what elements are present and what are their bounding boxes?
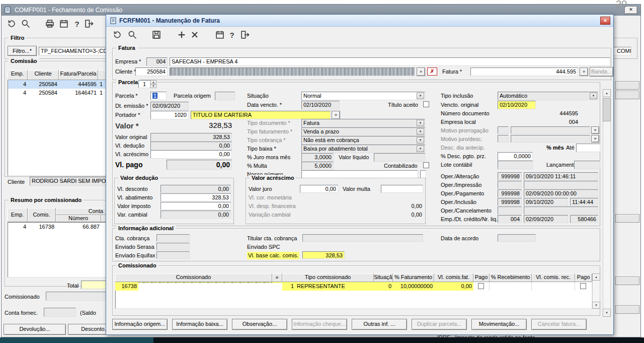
chevron-down-icon[interactable]: ▼ (417, 146, 424, 152)
cell-fatura[interactable]: 444595 (59, 80, 98, 89)
desc-pgto-field[interactable]: 0,0000 (498, 152, 533, 161)
help-icon[interactable] (72, 19, 82, 29)
col-header-vl-comis-rec[interactable]: Vl. comis. rec. (532, 273, 575, 282)
scroll-up-icon[interactable]: ▲ (603, 89, 611, 97)
scroll-down-icon[interactable]: ▼ (592, 302, 600, 309)
oper-impressao-code[interactable] (498, 181, 522, 189)
chevron-down-icon[interactable]: ▼ (417, 137, 424, 144)
col-header-fatura-parcela[interactable]: Fatura/Parcela (59, 70, 98, 80)
calendar-icon[interactable] (215, 30, 225, 40)
calendar-icon[interactable] (59, 19, 69, 29)
taskbar-segment[interactable] (0, 337, 153, 343)
multa-field[interactable]: 5,0000 (301, 162, 334, 170)
col-header-situacao[interactable]: Situação (374, 273, 393, 282)
add-icon[interactable] (177, 30, 187, 40)
banda-button[interactable]: Banda... (590, 67, 613, 77)
cell-emp[interactable]: 4 (8, 80, 28, 89)
ate-field[interactable] (576, 144, 600, 152)
valor-multa-field[interactable] (381, 185, 423, 193)
cell-comissionado-name-redacted[interactable] (138, 282, 272, 283)
dt-emissao-field[interactable]: 02/09/2020 (150, 102, 189, 110)
cliente-code-field[interactable]: 250584 (135, 67, 168, 76)
save-icon[interactable] (151, 30, 162, 40)
chevron-down-icon[interactable]: ▼ (590, 93, 597, 99)
dialog-title-bar[interactable]: FCRFM001 - Manutenção de Fatura ✕ (106, 15, 613, 27)
spinner-down-icon[interactable]: ▼ (150, 84, 156, 88)
juro-mora-field[interactable]: 3,0000 (301, 153, 334, 162)
vl-acrescimo-field[interactable]: 0,00 (150, 150, 232, 159)
col-header-emp[interactable]: Emp. (8, 70, 28, 80)
tipo-inclusao-select[interactable]: Automático▼ (498, 92, 598, 100)
oper-inclusao-time[interactable]: 11:44:44 (570, 198, 598, 206)
col-header-emp[interactable]: Emp. (8, 208, 28, 222)
cell-vl-comis-fat[interactable]: 0,00 (434, 282, 473, 291)
cta-cobranca-field[interactable] (156, 234, 190, 242)
motivo-juro-lookup-button[interactable]: » (591, 135, 599, 143)
vl-desconto-field[interactable]: 0,00 (160, 185, 231, 193)
exit-icon[interactable] (240, 30, 250, 40)
filtro-button[interactable]: Filtro...* (8, 46, 37, 56)
contabilizado-checkbox[interactable] (423, 162, 429, 168)
delete-icon[interactable] (190, 30, 200, 40)
cell-cliente[interactable]: 250584 (28, 80, 59, 89)
motivo-prorrogacao-lookup-button[interactable]: » (591, 126, 599, 134)
col-header-pago-rec[interactable]: Pago (575, 273, 592, 282)
col-header-comissionado[interactable]: Comissionado (115, 273, 272, 282)
cancelar-fatura-button[interactable]: Cancelar fatura... (531, 319, 587, 330)
movimentacao-button[interactable]: Movimentação... (471, 319, 527, 330)
col-header-pct-recebimento[interactable]: % Recebimento (490, 273, 532, 282)
tipo-baixa-select[interactable]: Baixa por abatimento total▼ (301, 145, 425, 153)
undo-icon[interactable] (7, 19, 17, 29)
data-acordo-field[interactable] (498, 234, 536, 242)
undo-icon[interactable] (112, 30, 122, 40)
cell-emp[interactable]: 4 (8, 223, 28, 231)
vl-pago-field[interactable]: 0,00 (167, 160, 232, 170)
devolucao-button[interactable]: Devolução... (4, 324, 66, 335)
pago-fat-checkbox[interactable] (478, 283, 484, 289)
motivo-juro-field[interactable] (511, 135, 590, 143)
titular-cta-field[interactable] (302, 234, 423, 242)
empresa-code-field[interactable]: 004 (146, 57, 168, 66)
col-header-pago-fat[interactable]: Pago (473, 273, 490, 282)
valor-original-field[interactable]: 328,53 (150, 133, 232, 142)
outras-inf-button[interactable]: Outras inf. ... (352, 319, 407, 330)
chevron-down-icon[interactable]: ▼ (417, 128, 424, 135)
col-header-vl-comis-fat[interactable]: Vl. comis.fat. (434, 273, 473, 282)
chevron-down-icon[interactable]: ▼ (417, 93, 424, 99)
cell-tipo-name[interactable]: REPRESENTANTE (295, 282, 374, 291)
exit-icon[interactable] (84, 19, 94, 29)
enviado-equifax-field[interactable] (156, 251, 190, 259)
cell-vl-comis-rec[interactable] (532, 282, 575, 291)
col-header-expand[interactable]: » (272, 273, 282, 282)
oper-pagamento-code[interactable]: 999998 (498, 189, 522, 197)
valor-juro-field[interactable]: 0,00 (300, 185, 338, 193)
cell-emp[interactable]: 4 (8, 89, 28, 97)
vl-base-comis-field[interactable]: 328,53 (302, 251, 345, 259)
situacao-select[interactable]: Normal▼ (301, 92, 425, 100)
informacao-origem-button[interactable]: Informação origem... (112, 319, 168, 330)
cliente-name-field-redacted[interactable] (170, 67, 415, 76)
search-icon[interactable] (127, 30, 137, 40)
oper-pagamento-date[interactable]: 02/09/2020 00:00:00 (524, 189, 598, 197)
help-icon[interactable] (227, 30, 237, 40)
cliente-lookup-button[interactable]: » (417, 67, 425, 76)
cell-pct-faturamento[interactable]: 10,00000000 (393, 282, 434, 291)
vl-deducao-field[interactable]: 0,00 (150, 142, 232, 150)
cell-comis[interactable]: 16738 (28, 223, 56, 231)
dialog-scrollbar[interactable] (603, 89, 611, 317)
informacao-cheque-button[interactable]: Informação cheque... (292, 319, 347, 330)
oper-alteracao-date[interactable]: 09/10/2020 11:46:11 (524, 172, 598, 180)
cell-numero[interactable]: 66.887 (56, 223, 101, 231)
oper-impressao-date[interactable] (524, 181, 598, 189)
oper-cancelamento-date[interactable] (524, 207, 598, 215)
valor-liquido-field[interactable] (374, 153, 425, 162)
oper-inclusao-date[interactable]: 09/10/2020 (524, 198, 568, 206)
motivo-prorrogacao-field[interactable] (511, 126, 590, 134)
lote-contabil-field[interactable] (498, 161, 533, 169)
portador-code-field[interactable]: 1020 (150, 111, 189, 119)
emp-credito-code[interactable]: 004 (498, 215, 522, 223)
vl-abatimento-field[interactable]: 328,53 (160, 193, 231, 201)
oper-inclusao-code[interactable]: 999998 (498, 198, 522, 206)
excel-icon[interactable]: ✗ (427, 67, 437, 76)
parcela-field[interactable]: 1 (150, 92, 167, 100)
